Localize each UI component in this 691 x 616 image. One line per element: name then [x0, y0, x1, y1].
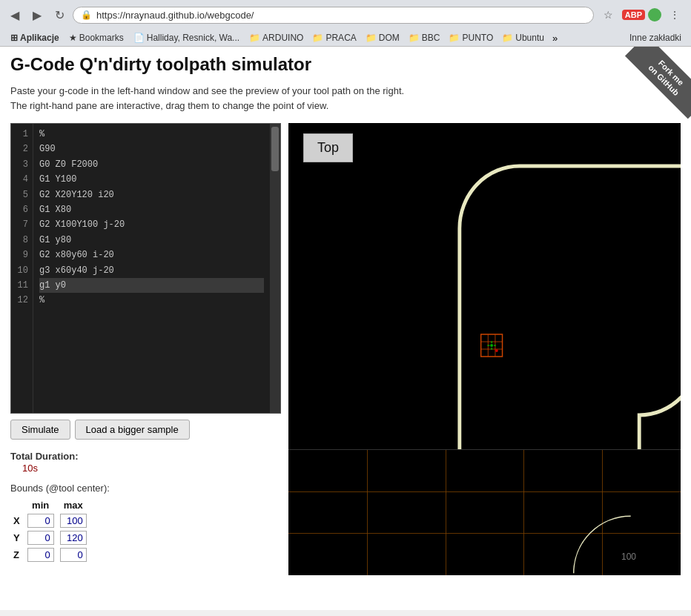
folder-ubuntu-icon: 📁 [502, 33, 513, 43]
folder-arduino-icon: 📁 [249, 33, 260, 43]
line-number: 4 [16, 172, 28, 187]
bounds-table: min max X 0 100 Y 0 120 Z 0 0 [10, 498, 90, 563]
line-number: 12 [16, 293, 28, 308]
right-panel: Top [288, 123, 681, 575]
bounds-section: Bounds (@tool center): min max X 0 100 Y… [10, 483, 281, 563]
refresh-button[interactable]: ↻ [50, 6, 68, 24]
bookmarks-bar: ⊞ Aplikacje ★ Bookmarks 📄 Halliday, Resn… [0, 30, 691, 46]
code-line: G1 y80 [39, 233, 264, 248]
star-button[interactable]: ☆ [598, 4, 619, 25]
more-bookmarks[interactable]: » [552, 33, 558, 44]
line-number: 10 [16, 263, 28, 278]
code-line: G2 X100Y100 j-20 [39, 217, 264, 232]
circle-icon [648, 8, 661, 21]
line-number: 2 [16, 142, 28, 156]
axis-label: Y [10, 529, 24, 546]
lock-icon: 🔒 [81, 10, 92, 20]
line-number: 11 [16, 278, 28, 293]
code-line: % [39, 293, 264, 308]
view-label: Top [303, 133, 353, 162]
address-bar[interactable]: 🔒 https://nraynaud.github.io/webgcode/ [73, 7, 594, 24]
bookmark-punto[interactable]: 📁 PUNTO [445, 31, 497, 44]
folder-dom-icon: 📁 [366, 33, 377, 43]
bounds-row: X 0 100 [10, 512, 90, 529]
apps-label: Aplikacje [20, 33, 59, 43]
code-editor[interactable]: 123456789101112 %G90G0 Z0 F2000G1 Y100G2… [11, 124, 280, 413]
folder-praca-icon: 📁 [312, 33, 323, 43]
svg-point-10 [495, 349, 498, 352]
line-number: 5 [16, 188, 28, 202]
bounds-title: Bounds (@tool center): [10, 483, 281, 494]
duration-label: Total Duration: [10, 451, 78, 462]
abp-button[interactable]: ABP [622, 10, 645, 20]
max-value: 100 [57, 512, 90, 529]
bookmark-halliday[interactable]: 📄 Halliday, Resnick, Wa... [129, 31, 244, 44]
simulate-button[interactable]: Simulate [10, 420, 70, 440]
bookmark-apps[interactable]: ⊞ Aplikacje [6, 31, 64, 44]
code-line: g3 x60y40 j-20 [39, 263, 264, 278]
bookmark-bookmarks[interactable]: ★ Bookmarks [65, 31, 128, 44]
bottom-toolpath-svg [288, 450, 681, 575]
min-col-header: min [24, 498, 57, 512]
code-line: g1 y0 [39, 278, 264, 293]
code-line: G1 X80 [39, 202, 264, 217]
stats-section: Total Duration: 10s [10, 450, 281, 474]
forward-button[interactable]: ▶ [28, 6, 46, 24]
bounds-row: Z 0 0 [10, 546, 90, 563]
fork-banner[interactable]: Fork meon GitHub [617, 47, 691, 121]
max-value: 0 [57, 546, 90, 563]
axis-label: X [10, 512, 24, 529]
line-number: 6 [16, 202, 28, 217]
code-line: G2 x80y60 i-20 [39, 248, 264, 262]
page-title: G-Code Q'n'dirty toolpath simulator [10, 54, 681, 75]
vertical-scrollbar[interactable] [270, 124, 280, 413]
page-inner: G-Code Q'n'dirty toolpath simulator Past… [0, 47, 691, 583]
toolpath-svg [288, 123, 681, 449]
apps-icon: ⊞ [10, 33, 18, 43]
left-panel: 123456789101112 %G90G0 Z0 F2000G1 Y100G2… [10, 123, 281, 563]
menu-button[interactable]: ⋮ [664, 4, 685, 25]
line-numbers: 123456789101112 [11, 124, 33, 413]
code-line: G90 [39, 142, 264, 156]
bookmark-ubuntu[interactable]: 📁 Ubuntu [498, 31, 548, 44]
file-icon: 📄 [133, 33, 145, 43]
axis-col-header [10, 498, 24, 512]
bookmark-other[interactable]: Inne zakładki [626, 31, 685, 44]
load-sample-button[interactable]: Load a bigger sample [75, 420, 190, 440]
viz-container[interactable]: Top [288, 123, 681, 575]
scrollbar-thumb[interactable] [271, 127, 279, 171]
bookmark-bbc[interactable]: 📁 BBC [405, 31, 444, 44]
fork-banner-text: Fork meon GitHub [625, 47, 691, 119]
bounds-row: Y 0 120 [10, 529, 90, 546]
browser-chrome: ◀ ▶ ↻ 🔒 https://nraynaud.github.io/webgc… [0, 0, 691, 47]
bbc-label: BBC [422, 33, 440, 43]
other-label: Inne zakładki [629, 33, 681, 43]
min-value: 0 [24, 546, 57, 563]
svg-point-5 [490, 344, 493, 347]
code-line: G2 X20Y120 i20 [39, 188, 264, 202]
duration-value: 10s [22, 463, 38, 474]
back-button[interactable]: ◀ [6, 6, 24, 24]
arduino-label: ARDUINO [262, 33, 303, 43]
code-content[interactable]: %G90G0 Z0 F2000G1 Y100G2 X20Y120 i20G1 X… [33, 124, 270, 413]
top-view[interactable]: Top [288, 123, 681, 449]
bookmarks-label: Bookmarks [79, 33, 124, 43]
dom-label: DOM [379, 33, 400, 43]
nav-icons: ☆ ABP ⋮ [598, 4, 685, 25]
nav-bar: ◀ ▶ ↻ 🔒 https://nraynaud.github.io/webgc… [0, 0, 691, 30]
description: Paste your g-code in the left-hand windo… [10, 84, 681, 113]
line-number: 1 [16, 127, 28, 142]
bookmark-arduino[interactable]: 📁 ARDUINO [245, 31, 307, 44]
bookmark-dom[interactable]: 📁 DOM [362, 31, 403, 44]
page: Fork meon GitHub G-Code Q'n'dirty toolpa… [0, 47, 691, 610]
max-value: 120 [57, 529, 90, 546]
max-col-header: max [57, 498, 90, 512]
folder-punto-icon: 📁 [449, 33, 460, 43]
star-bm-icon: ★ [69, 33, 77, 43]
bookmark-praca[interactable]: 📁 PRACA [308, 31, 360, 44]
desc-line1: Paste your g-code in the left-hand windo… [10, 84, 681, 99]
code-editor-container: 123456789101112 %G90G0 Z0 F2000G1 Y100G2… [10, 123, 281, 414]
line-number: 7 [16, 217, 28, 232]
buttons-row: Simulate Load a bigger sample [10, 420, 281, 440]
bottom-view[interactable]: 100 [288, 449, 681, 575]
